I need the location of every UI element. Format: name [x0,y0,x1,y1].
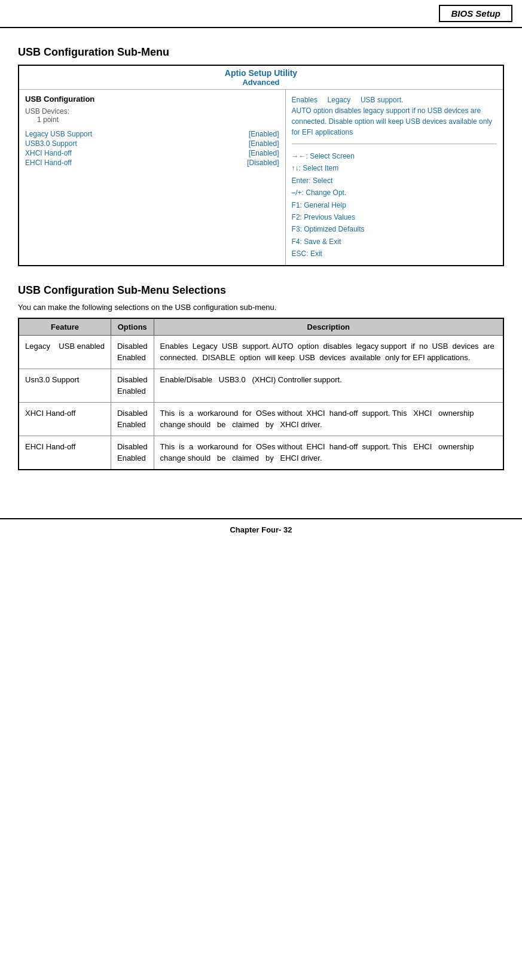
bios-setting-value: [Enabled] [249,149,279,157]
bios-setting-label: USB3.0 Support [25,139,77,148]
footer-label: Chapter Four- 32 [230,525,292,534]
sel-table-row: EHCI Hand-offDisabledEnabledThis is a wo… [19,436,503,470]
bios-setting-label: XHCI Hand-off [25,149,72,157]
sel-table-header-row: FeatureOptionsDescription [19,318,503,336]
selections-intro: You can make the following selections on… [18,303,504,312]
footer: Chapter Four- 32 [0,518,522,540]
bios-setting-row: USB3.0 Support[Enabled] [25,139,279,148]
page-content: USB Configuration Sub-Menu Aptio Setup U… [0,34,522,500]
bios-header-cell: Aptio Setup Utility Advanced [19,65,503,90]
bios-device-label: USB Devices: [25,107,279,115]
bios-right-description: Enables Legacy USB support. AUTO option … [292,95,497,144]
bios-nav-item: Enter: Select [292,175,497,187]
header: BIOS Setup [0,0,522,28]
section2-heading: USB Configuration Sub-Menu Selections [18,284,504,297]
sel-options-cell: DisabledEnabled [111,369,154,402]
advanced-label: Advanced [24,78,498,87]
bios-nav-item: →←: Select Screen [292,150,497,162]
bios-right-panel: Enables Legacy USB support. AUTO option … [285,90,503,266]
bios-setting-row: EHCI Hand-off[Disabled] [25,159,279,167]
sel-desc-cell: Enables Legacy USB support. AUTO option … [154,335,503,369]
bios-nav-item: F1: General Help [292,199,497,211]
sel-feature-cell: XHCI Hand-off [19,402,111,436]
bios-nav-item: –/+: Change Opt. [292,187,497,199]
bios-right-nav: →←: Select Screen↑↓: Select ItemEnter: S… [292,150,497,260]
sel-desc-cell: This is a workaround for OSes without XH… [154,402,503,436]
sel-options-cell: DisabledEnabled [111,335,154,369]
sel-options-cell: DisabledEnabled [111,402,154,436]
bios-nav-item: F3: Optimized Defaults [292,223,497,235]
bios-nav-item: ESC: Exit [292,248,497,260]
sel-table-col-header: Description [154,318,503,336]
sel-table-row: Legacy USB enabledDisabledEnabledEnables… [19,335,503,369]
bios-nav-item: ↑↓: Select Item [292,162,497,174]
bios-settings: Legacy USB Support[Enabled]USB3.0 Suppor… [25,130,279,167]
bios-device-value: 1 point [25,115,279,124]
bios-table: Aptio Setup Utility Advanced USB Configu… [18,65,504,266]
bios-setting-value: [Enabled] [249,130,279,138]
bios-setting-row: XHCI Hand-off[Enabled] [25,149,279,157]
sel-table-row: Usn3.0 SupportDisabledEnabledEnable/Disa… [19,369,503,402]
bios-nav-item: F4: Save & Exit [292,236,497,248]
bios-devices: USB Devices: 1 point [25,107,279,124]
sel-desc-cell: Enable/Disable USB3.0 (XHCI) Controller … [154,369,503,402]
bios-setting-label: Legacy USB Support [25,130,92,138]
bios-config-title: USB Configuration [25,95,279,104]
utility-label: Aptio Setup Utility [24,68,498,78]
bios-setting-row: Legacy USB Support[Enabled] [25,130,279,138]
header-title: BIOS Setup [439,5,512,22]
sel-table-body: Legacy USB enabledDisabledEnabledEnables… [19,335,503,470]
sel-feature-cell: Legacy USB enabled [19,335,111,369]
bios-setting-value: [Disabled] [247,159,279,167]
sel-options-cell: DisabledEnabled [111,436,154,470]
bios-setting-value: [Enabled] [249,139,279,148]
selections-table: FeatureOptionsDescription Legacy USB ena… [18,318,504,470]
section1-heading: USB Configuration Sub-Menu [18,46,504,59]
sel-table-col-header: Feature [19,318,111,336]
bios-nav-item: F2: Previous Values [292,211,497,223]
sel-desc-cell: This is a workaround for OSes without EH… [154,436,503,470]
sel-feature-cell: Usn3.0 Support [19,369,111,402]
sel-feature-cell: EHCI Hand-off [19,436,111,470]
sel-table-row: XHCI Hand-offDisabledEnabledThis is a wo… [19,402,503,436]
bios-setting-label: EHCI Hand-off [25,159,72,167]
sel-table-col-header: Options [111,318,154,336]
bios-left-panel: USB Configuration USB Devices: 1 point L… [19,90,285,266]
